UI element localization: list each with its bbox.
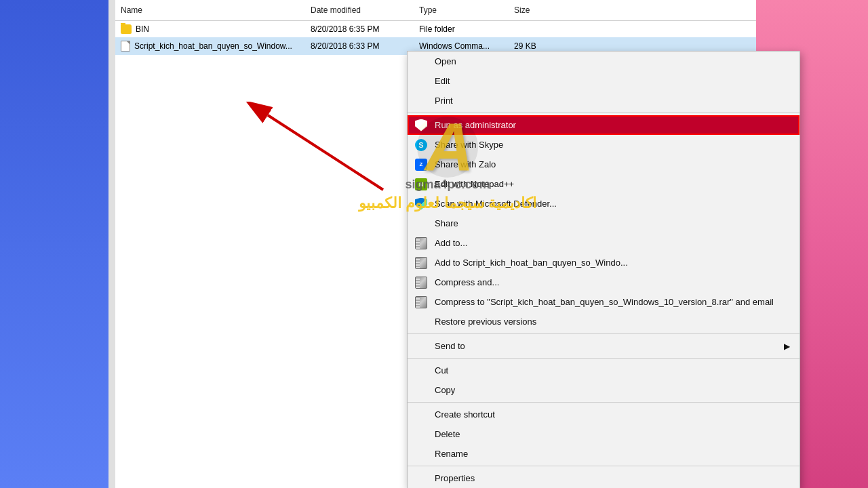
context-menu-item-restore[interactable]: Restore previous versions (408, 312, 800, 331)
context-menu-item-open[interactable]: Open (408, 52, 800, 71)
cm-label-scan-defender: Scan with Microsoft Defender... (435, 199, 557, 209)
cm-label-edit: Edit (435, 76, 450, 86)
cm-icon-open (414, 55, 428, 68)
context-menu-separator (408, 402, 800, 403)
scroll-indicator (108, 0, 115, 488)
cm-label-properties: Properties (435, 473, 475, 483)
cm-label-share: Share (435, 218, 458, 228)
context-menu-separator (408, 358, 800, 359)
cm-icon-copy (414, 384, 428, 397)
context-menu-item-properties[interactable]: Properties (408, 468, 800, 488)
context-menu: OpenEditPrintRun as administratorSShare … (407, 51, 800, 488)
cm-icon-share-skype: S (414, 138, 428, 152)
left-sidebar (0, 0, 108, 488)
context-menu-item-compress-and[interactable]: Compress and... (408, 272, 800, 292)
context-menu-separator (408, 466, 800, 466)
cm-label-share-skype: Share with Skype (435, 140, 503, 150)
cm-icon-share-zalo: Z (414, 158, 428, 171)
context-menu-item-scan-defender[interactable]: Scan with Microsoft Defender... (408, 194, 800, 214)
cm-label-rename: Rename (435, 449, 468, 459)
cm-icon-create-shortcut (414, 408, 428, 422)
file-name-bin: BIN (115, 23, 305, 35)
script-file-icon (121, 41, 130, 52)
folder-icon (121, 24, 132, 34)
context-menu-item-send-to[interactable]: Send to▶ (408, 336, 800, 356)
cm-label-copy: Copy (435, 385, 455, 395)
col-header-date[interactable]: Date modified (305, 3, 414, 18)
col-header-type[interactable]: Type (414, 3, 509, 18)
context-menu-item-create-shortcut[interactable]: Create shortcut (408, 405, 800, 424)
cm-icon-print (414, 94, 428, 108)
cm-icon-restore (414, 315, 428, 329)
col-header-name[interactable]: Name (115, 3, 305, 18)
cm-label-run-as-admin: Run as administrator (435, 120, 516, 130)
cm-label-restore: Restore previous versions (435, 317, 536, 327)
cm-icon-send-to (414, 340, 428, 353)
context-menu-item-delete[interactable]: Delete (408, 424, 800, 444)
red-arrow-indicator (234, 102, 397, 197)
svg-line-1 (268, 115, 383, 190)
cm-icon-add-to (414, 237, 428, 250)
cm-icon-add-archive (414, 256, 428, 270)
context-menu-item-print[interactable]: Print (408, 91, 800, 110)
cm-icon-properties (414, 472, 428, 485)
context-menu-item-rename[interactable]: Rename (408, 444, 800, 464)
cm-label-add-to: Add to... (435, 238, 467, 248)
cm-label-add-archive: Add to Script_kich_hoat_ban_quyen_so_Win… (435, 258, 628, 268)
main-area: Name Date modified Type Size BIN 8/20/20… (115, 0, 756, 488)
cm-label-edit-npp: Edit with Notepad++ (435, 179, 514, 189)
cm-label-send-to: Send to (435, 341, 465, 351)
col-header-size[interactable]: Size (509, 3, 563, 18)
cm-label-cut: Cut (435, 365, 448, 375)
file-list-header: Name Date modified Type Size (115, 0, 756, 21)
cm-icon-cut (414, 364, 428, 378)
cm-icon-share (414, 217, 428, 230)
file-name-script: Script_kich_hoat_ban_quyen_so_Window... (115, 39, 305, 53)
context-menu-item-edit[interactable]: Edit (408, 71, 800, 91)
context-menu-item-share-zalo[interactable]: ZShare with Zalo (408, 155, 800, 174)
cm-icon-delete (414, 428, 428, 441)
context-menu-item-run-as-admin[interactable]: Run as administrator (408, 115, 800, 135)
context-menu-item-compress-email[interactable]: Compress to "Script_kich_hoat_ban_quyen_… (408, 292, 800, 312)
cm-icon-compress-and (414, 276, 428, 289)
file-date-bin: 8/20/2018 6:35 PM (305, 23, 414, 35)
context-menu-item-share[interactable]: Share (408, 214, 800, 233)
cm-label-compress-email: Compress to "Script_kich_hoat_ban_quyen_… (435, 297, 774, 307)
cm-icon-edit (414, 75, 428, 88)
cm-label-create-shortcut: Create shortcut (435, 409, 495, 420)
context-menu-separator (408, 333, 800, 334)
file-type-bin: File folder (414, 23, 509, 35)
cm-submenu-arrow: ▶ (784, 342, 790, 351)
context-menu-item-copy[interactable]: Copy (408, 380, 800, 400)
file-date-script: 8/20/2018 6:33 PM (305, 40, 414, 52)
context-menu-separator (408, 113, 800, 113)
cm-icon-rename (414, 447, 428, 461)
cm-label-print: Print (435, 96, 453, 106)
cm-icon-scan-defender (414, 197, 428, 211)
file-size-bin (509, 28, 563, 30)
context-menu-item-edit-npp[interactable]: NEdit with Notepad++ (408, 174, 800, 194)
context-menu-item-share-skype[interactable]: SShare with Skype (408, 135, 800, 155)
context-menu-item-cut[interactable]: Cut (408, 361, 800, 380)
cm-label-share-zalo: Share with Zalo (435, 159, 496, 169)
context-menu-item-add-to[interactable]: Add to... (408, 233, 800, 253)
cm-icon-compress-email (414, 296, 428, 309)
context-menu-item-add-archive[interactable]: Add to Script_kich_hoat_ban_quyen_so_Win… (408, 253, 800, 272)
cm-icon-edit-npp: N (414, 178, 428, 191)
cm-icon-run-as-admin (414, 119, 428, 132)
cm-label-compress-and: Compress and... (435, 277, 499, 287)
table-row[interactable]: BIN 8/20/2018 6:35 PM File folder (115, 21, 756, 37)
cm-label-open: Open (435, 56, 456, 66)
file-list: BIN 8/20/2018 6:35 PM File folder Script… (115, 21, 756, 55)
cm-label-delete: Delete (435, 429, 460, 439)
